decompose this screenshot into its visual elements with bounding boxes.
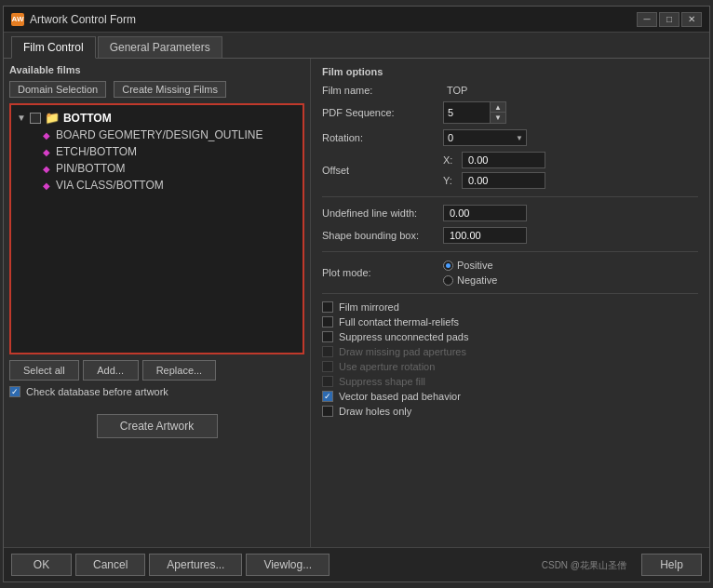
main-content: Available films Domain Selection Create … — [4, 59, 709, 547]
ok-button[interactable]: OK — [11, 554, 72, 576]
plot-mode-row: Plot mode: Positive Negative — [322, 260, 698, 286]
footer-left-buttons: OK Cancel Apertures... Viewlog... — [11, 554, 330, 576]
film-name-label: Film name: — [322, 85, 443, 96]
check-database-row: ✓ Check database before artwork — [9, 386, 304, 397]
checkbox-full-contact[interactable]: Full contact thermal-reliefs — [322, 316, 698, 327]
folder-icon-bottom: 📁 — [45, 111, 60, 125]
checkbox-draw-holes-label: Draw holes only — [339, 406, 411, 417]
plot-mode-negative-text: Negative — [457, 274, 497, 286]
checkbox-use-aperture: Use aperture rotation — [322, 361, 698, 372]
plot-mode-positive-text: Positive — [457, 260, 493, 271]
checkbox-bottom[interactable] — [30, 113, 41, 124]
tab-film-control[interactable]: Film Control — [11, 36, 96, 59]
tree-item-via-bottom[interactable]: ◆ VIA CLASS/BOTTOM — [41, 177, 299, 194]
apertures-button[interactable]: Apertures... — [149, 554, 242, 576]
checkbox-vector-based-label: Vector based pad behavior — [339, 391, 461, 402]
offset-y-row: Y: 0.00 — [443, 172, 545, 189]
check-database-checkbox[interactable]: ✓ — [9, 386, 20, 397]
window-title: Artwork Control Form — [30, 13, 136, 26]
tree-item-etch-bottom[interactable]: ◆ ETCH/BOTTOM — [41, 143, 299, 160]
film-checkboxes: Film mirrored Full contact thermal-relie… — [322, 301, 698, 417]
plot-mode-positive-label[interactable]: Positive — [443, 260, 497, 271]
checkbox-suppress-unconnected-label: Suppress unconnected pads — [339, 331, 468, 342]
checkbox-draw-holes[interactable]: Draw holes only — [322, 406, 698, 417]
spinbox-up-button[interactable]: ▲ — [491, 102, 505, 113]
tree-item-bottom[interactable]: ▼ 📁 BOTTOM — [15, 109, 299, 127]
offset-row: Offset X: 0.00 Y: 0.00 — [322, 152, 698, 189]
available-films-label: Available films — [9, 64, 304, 75]
film-name-value: TOP — [447, 85, 467, 96]
checkbox-draw-holes-box[interactable] — [322, 406, 333, 417]
film-name-row: Film name: TOP — [322, 85, 698, 96]
films-list[interactable]: ▼ 📁 BOTTOM ◆ BOARD GEOMETRY/DESIGN_OUTLI… — [9, 103, 304, 354]
diamond-icon-3: ◆ — [43, 164, 50, 174]
select-all-button[interactable]: Select all — [9, 360, 79, 381]
app-icon: AW — [11, 13, 24, 26]
tree-item-etch-bottom-label: ETCH/BOTTOM — [56, 145, 137, 158]
viewlog-button[interactable]: Viewlog... — [246, 554, 330, 576]
main-window: AW Artwork Control Form ─ □ ✕ Film Contr… — [3, 6, 710, 582]
create-artwork-button[interactable]: Create Artwork — [97, 414, 218, 438]
undefined-line-width-label: Undefined line width: — [322, 207, 443, 219]
checkbox-suppress-unconnected[interactable]: Suppress unconnected pads — [322, 331, 698, 342]
checkbox-use-aperture-box — [322, 361, 333, 372]
divider-2 — [322, 251, 698, 252]
checkbox-film-mirrored[interactable]: Film mirrored — [322, 301, 698, 313]
tab-general-parameters[interactable]: General Parameters — [98, 36, 222, 58]
plot-mode-options: Positive Negative — [443, 260, 497, 286]
tree-item-board-geom-label: BOARD GEOMETRY/DESIGN_OUTLINE — [56, 128, 263, 141]
undefined-line-width-row: Undefined line width: 0.00 — [322, 205, 698, 221]
checkbox-full-contact-label: Full contact thermal-reliefs — [339, 316, 459, 327]
offset-y-input[interactable]: 0.00 — [462, 172, 545, 189]
checkbox-vector-based[interactable]: ✓ Vector based pad behavior — [322, 391, 698, 402]
help-button[interactable]: Help — [641, 554, 702, 576]
checkbox-film-mirrored-label: Film mirrored — [339, 301, 399, 313]
diamond-icon-1: ◆ — [43, 130, 50, 140]
film-options-label: Film options — [322, 66, 698, 77]
shape-bounding-box-label: Shape bounding box: — [322, 230, 443, 241]
plot-mode-section: Plot mode: Positive Negative — [322, 260, 698, 286]
offset-label: Offset — [322, 165, 443, 176]
spinbox-down-button[interactable]: ▼ — [491, 113, 505, 123]
tree-item-bottom-label: BOTTOM — [63, 112, 112, 125]
film-action-buttons: Select all Add... Replace... — [9, 360, 304, 381]
maximize-button[interactable]: □ — [659, 12, 679, 27]
tree-item-via-bottom-label: VIA CLASS/BOTTOM — [56, 179, 164, 192]
minimize-button[interactable]: ─ — [637, 12, 657, 27]
checkbox-film-mirrored-box[interactable] — [322, 301, 333, 313]
shape-bounding-box-row: Shape bounding box: 100.00 — [322, 227, 698, 244]
create-missing-films-button[interactable]: Create Missing Films — [114, 81, 226, 98]
plot-mode-negative-label[interactable]: Negative — [443, 274, 497, 286]
tab-bar: Film Control General Parameters — [4, 33, 709, 59]
undefined-line-width-input[interactable]: 0.00 — [443, 205, 527, 221]
tree-item-pin-bottom-label: PIN/BOTTOM — [56, 162, 125, 175]
replace-button[interactable]: Replace... — [142, 360, 217, 381]
offset-fields: X: 0.00 Y: 0.00 — [443, 152, 545, 189]
create-artwork-container: Create Artwork — [9, 407, 304, 438]
pdf-sequence-row: PDF Sequence: 5 ▲ ▼ — [322, 101, 698, 124]
diamond-icon-4: ◆ — [43, 180, 50, 191]
add-button[interactable]: Add... — [83, 360, 139, 381]
domain-selection-button[interactable]: Domain Selection — [9, 81, 106, 98]
checkbox-vector-based-box[interactable]: ✓ — [322, 391, 333, 402]
offset-x-input[interactable]: 0.00 — [462, 152, 545, 168]
radio-positive[interactable] — [443, 261, 453, 271]
checkbox-suppress-unconnected-box[interactable] — [322, 331, 333, 342]
radio-negative[interactable] — [443, 275, 453, 286]
window-controls: ─ □ ✕ — [637, 12, 702, 27]
rotation-dropdown[interactable]: 0 90 180 270 — [443, 129, 527, 146]
pdf-sequence-spinbox[interactable]: 5 ▲ ▼ — [443, 101, 506, 124]
shape-bounding-box-input[interactable]: 100.00 — [443, 227, 527, 244]
checkbox-draw-missing-label: Draw missing pad apertures — [339, 346, 466, 357]
radio-positive-dot — [446, 263, 451, 268]
spinbox-buttons: ▲ ▼ — [490, 101, 506, 124]
tree-item-board-geom[interactable]: ◆ BOARD GEOMETRY/DESIGN_OUTLINE — [41, 127, 299, 143]
pdf-sequence-input[interactable]: 5 — [443, 101, 490, 124]
cancel-button[interactable]: Cancel — [75, 554, 145, 576]
checkbox-full-contact-box[interactable] — [322, 316, 333, 327]
close-button[interactable]: ✕ — [681, 12, 702, 27]
tree-item-pin-bottom[interactable]: ◆ PIN/BOTTOM — [41, 160, 299, 177]
offset-y-label: Y: — [443, 175, 462, 186]
right-panel: Film options Film name: TOP PDF Sequence… — [311, 59, 709, 547]
rotation-label: Rotation: — [322, 132, 443, 143]
